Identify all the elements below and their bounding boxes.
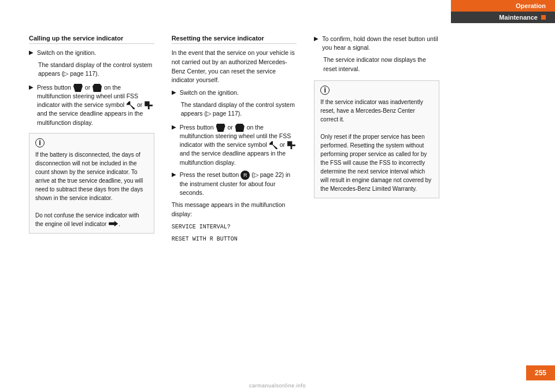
mid-bullet-arrow-1: ▶ [172, 89, 176, 95]
right-info-body1: If the service indicator was inadvertent… [320, 99, 423, 123]
left-info-body1: If the battery is disconnected, the days… [35, 151, 143, 201]
mid-bullet-2-text: Press button or on the multifunction ste… [180, 123, 297, 167]
button-icon-1 [73, 84, 83, 92]
left-info-box: i If the battery is disconnected, the da… [29, 133, 154, 234]
mid-button-icon-2 [235, 124, 245, 132]
left-bullet-2: ▶ Press button or on the multifunction s… [29, 83, 154, 127]
mid-message-intro: This message appears in the multifunctio… [172, 201, 297, 219]
right-bullet-1: ▶ To confirm, hold down the reset button… [314, 35, 439, 52]
watermark: carmanualsonline.info [249, 383, 306, 389]
right-info-body2: Only reset if the proper service has bee… [320, 134, 431, 192]
right-info-box: i If the service indicator was inadverte… [314, 80, 439, 198]
mid-bullet-arrow-2: ▶ [172, 124, 176, 130]
bullet-arrow-2: ▶ [29, 84, 34, 90]
mid-intro: In the event that the service on your ve… [172, 49, 297, 85]
mid-bullet-1-text: Switch on the ignition. [180, 88, 239, 97]
mid-column: Resetting the service indicator In the e… [172, 35, 297, 363]
mid-section-title: Resetting the service indicator [172, 35, 297, 44]
mid-deadline-icon [287, 141, 295, 149]
mid-bullet-1: ▶ Switch on the ignition. [172, 88, 297, 97]
info-icon-left: i [35, 138, 45, 147]
mid-bullet-arrow-3: ▶ [172, 171, 176, 177]
left-section-title: Calling up the service indicator [29, 35, 154, 44]
mid-button-icon-1 [216, 124, 225, 132]
right-bullet-1-text: To confirm, hold down the reset button u… [322, 35, 439, 52]
mid-bullet-3-text: Press the reset button R (▷ page 22) in … [180, 171, 297, 198]
right-bullet-arrow-1: ▶ [314, 35, 319, 42]
header-maintenance: Maintenance [451, 12, 555, 23]
left-info-body2: Do not confuse the service indicator wit… [35, 212, 139, 227]
header-bar: Operation Maintenance [451, 0, 555, 23]
left-column: Calling up the service indicator ▶ Switc… [29, 35, 154, 363]
button-icon-2 [92, 84, 102, 92]
mid-bullet-3: ▶ Press the reset button R (▷ page 22) i… [172, 171, 297, 198]
left-sub-1: The standard display of the control syst… [38, 61, 152, 77]
reset-button-icon: R [240, 171, 250, 180]
info-icon-right: i [320, 86, 330, 95]
mid-wrench-icon [269, 141, 278, 149]
wrench-icon-1 [127, 101, 135, 109]
mid-sub-1: The standard display of the control syst… [181, 101, 295, 117]
page-number: 255 [526, 365, 555, 380]
right-column: ▶ To confirm, hold down the reset button… [314, 35, 439, 363]
header-operation: Operation [451, 0, 555, 12]
main-content: Calling up the service indicator ▶ Switc… [29, 35, 439, 363]
mono-line-2: RESET WITH R BUTTON [172, 235, 297, 243]
oilcan-icon [109, 221, 118, 228]
left-bullet-1-text: Switch on the ignition. [37, 49, 96, 57]
left-bullet-2-text: Press button or on the multifunction ste… [37, 83, 154, 127]
mono-line-1: SERVICE INTERVAL? [172, 223, 297, 231]
maintenance-label: Maintenance [499, 14, 538, 21]
left-bullet-1: ▶ Switch on the ignition. [29, 49, 154, 57]
right-sub-1: The service indicator now displays the r… [323, 56, 426, 72]
deadline-icon-1 [145, 101, 153, 109]
mid-bullet-2: ▶ Press button or on the multifunction s… [172, 123, 297, 167]
bullet-arrow-1: ▶ [29, 49, 34, 56]
operation-label: Operation [516, 2, 546, 9]
